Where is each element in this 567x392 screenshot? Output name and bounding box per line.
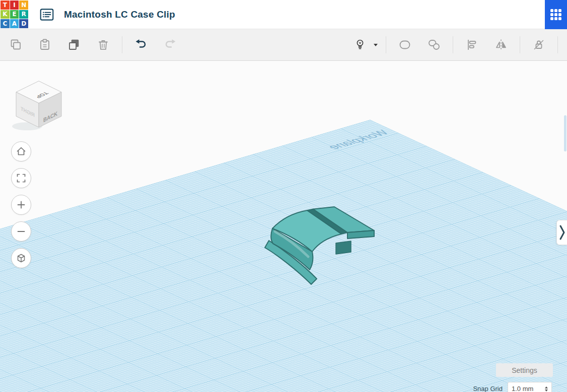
design-title[interactable]: Macintosh LC Case Clip [64, 9, 175, 20]
plus-icon [16, 199, 27, 210]
redo-button[interactable] [159, 33, 182, 56]
logo-letter: A [10, 19, 19, 28]
settings-button[interactable]: Settings [496, 363, 553, 377]
toolbar-divider [122, 36, 122, 53]
mirror-button[interactable] [489, 33, 513, 56]
paste-icon [38, 38, 51, 51]
group-icon [398, 38, 411, 51]
adjust-colors-button[interactable] [351, 33, 369, 56]
logo-letter: E [10, 10, 19, 19]
undo-icon [134, 38, 148, 51]
toolbar-divider [386, 36, 386, 53]
toolbar-divider [557, 36, 558, 53]
snap-grid-control: Snap Grid 1.0 mm [473, 382, 552, 392]
edit-toolbar [0, 29, 567, 61]
list-icon [39, 7, 55, 23]
zoom-in-button[interactable] [11, 195, 31, 215]
undo-button[interactable] [129, 33, 153, 56]
home-view-button[interactable] [11, 141, 31, 162]
logo-letter: T [1, 1, 10, 10]
logo-letter: N [19, 1, 28, 10]
perspective-cube-icon [16, 253, 27, 264]
align-icon [465, 38, 478, 51]
toolbar-divider [453, 36, 453, 53]
view-cube[interactable]: TOP BACK RIGHT [10, 71, 68, 132]
ungroup-icon [428, 38, 441, 51]
stepper-arrows-icon [545, 386, 548, 391]
logo-letter: R [19, 10, 28, 19]
align-button[interactable] [460, 33, 483, 56]
snap-grid-select[interactable]: 1.0 mm [508, 382, 552, 392]
model-case-clip[interactable] [259, 203, 380, 294]
duplicate-icon [67, 38, 81, 51]
copy-button[interactable] [4, 33, 27, 56]
snap-grid-label: Snap Grid [473, 385, 503, 392]
snap-grid-value: 1.0 mm [512, 385, 533, 392]
logo-letter: D [19, 19, 28, 28]
mirror-icon [494, 38, 508, 51]
panel-expand-tab[interactable] [556, 220, 567, 245]
logo-letter: K [1, 10, 10, 19]
toolbar-right-group [349, 33, 562, 56]
design-menu-button[interactable] [37, 5, 57, 25]
minus-icon [16, 226, 27, 237]
chevron-down-icon [374, 44, 378, 46]
trash-icon [97, 38, 110, 51]
adjust-colors-caret-button[interactable] [371, 33, 381, 56]
home-icon [16, 146, 27, 157]
ungroup-button[interactable] [422, 33, 446, 56]
fit-view-button[interactable] [11, 168, 31, 188]
delete-button[interactable] [92, 33, 115, 56]
lock-button[interactable] [527, 33, 550, 56]
fit-view-icon [16, 173, 27, 184]
logo-letter: C [1, 19, 10, 28]
app-header: T I N K E R C A D Macintosh LC Case Clip [0, 0, 567, 29]
lightbulb-icon [353, 38, 367, 51]
redo-icon [164, 38, 177, 51]
perspective-toggle-button[interactable] [11, 248, 31, 268]
viewport-3d[interactable]: Workplane TOP BACK RIGHT [0, 61, 567, 392]
chevron-right-icon [558, 224, 565, 241]
copy-icon [9, 38, 22, 51]
group-button[interactable] [393, 33, 416, 56]
apps-grid-icon [550, 9, 562, 21]
lock-icon [532, 38, 545, 51]
zoom-out-button[interactable] [11, 221, 31, 242]
view-nav-column [11, 141, 31, 268]
toolbar-divider [520, 36, 520, 53]
duplicate-button[interactable] [62, 33, 86, 56]
paste-button[interactable] [33, 33, 56, 56]
logo-letter: I [10, 1, 19, 10]
tinkercad-logo[interactable]: T I N K E R C A D [0, 0, 29, 29]
apps-grid-button[interactable] [545, 0, 567, 29]
panel-scrollbar-thumb[interactable] [564, 115, 566, 151]
